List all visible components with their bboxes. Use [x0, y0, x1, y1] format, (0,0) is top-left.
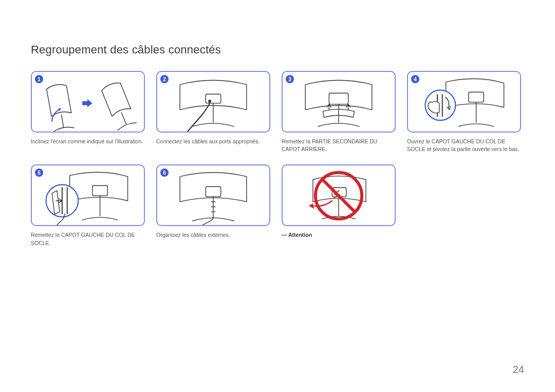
step-caption: Remettez la PARTIE SECONDAIRE DU CAPOT A…: [282, 138, 396, 153]
step-1: 1: [31, 71, 145, 153]
step-caption: Organisez les câbles externes.: [156, 231, 270, 239]
svg-rect-4: [469, 92, 484, 102]
connect-cables-icon: [157, 72, 269, 133]
illustration-panel: 5: [31, 164, 145, 226]
warning-text: Attention: [288, 232, 312, 238]
svg-rect-3: [329, 93, 348, 104]
svg-point-2: [208, 100, 211, 103]
step-badge: 2: [160, 75, 169, 83]
manual-page: Regroupement des câbles connectés 1: [0, 0, 555, 392]
svg-rect-1: [206, 94, 220, 103]
step-2: 2 Connectez les câbles aux ports appropr…: [156, 71, 270, 153]
svg-rect-8: [206, 187, 220, 197]
page-number: 24: [513, 364, 524, 376]
reattach-left-cover-icon: [32, 165, 144, 226]
svg-rect-0: [82, 101, 87, 105]
tilt-screen-icon: [32, 72, 144, 133]
step-5: 5: [31, 164, 145, 247]
step-badge: 4: [411, 75, 419, 83]
steps-grid: 1: [31, 71, 524, 247]
warning-prefix: ―: [282, 232, 288, 238]
illustration-panel: [282, 164, 396, 226]
illustration-panel: 6: [156, 164, 270, 226]
step-caption: Ouvrez le CAPOT GAUCHE DU COL DE SOCLE e…: [407, 138, 521, 153]
reattach-cover-icon: [283, 72, 395, 133]
illustration-panel: 2: [156, 71, 270, 133]
step-4: 4: [407, 71, 521, 153]
step-caption: Remettez le CAPOT GAUCHE DU COL DE SOCLE…: [31, 231, 145, 247]
step-6: 6 Organisez les câbles externes.: [156, 164, 270, 247]
open-left-cover-icon: [408, 72, 520, 133]
illustration-panel: 1: [31, 71, 145, 133]
warning-caption: ― Attention: [282, 231, 396, 239]
step-caption: Connectez les câbles aux ports approprié…: [156, 138, 270, 145]
warning-cell: ― Attention: [282, 164, 396, 247]
organize-cables-icon: [157, 165, 269, 226]
page-title: Regroupement des câbles connectés: [31, 43, 524, 57]
prohibited-icon: [283, 165, 395, 226]
step-caption: Inclinez l'écran comme indiqué sur l'ill…: [31, 138, 145, 145]
step-badge: 1: [35, 75, 43, 83]
illustration-panel: 3: [282, 71, 396, 133]
step-3: 3 Remettez la PARTIE SECONDAIR: [282, 71, 396, 153]
illustration-panel: 4: [407, 71, 521, 133]
step-badge: 3: [286, 75, 294, 83]
svg-rect-6: [92, 186, 107, 196]
